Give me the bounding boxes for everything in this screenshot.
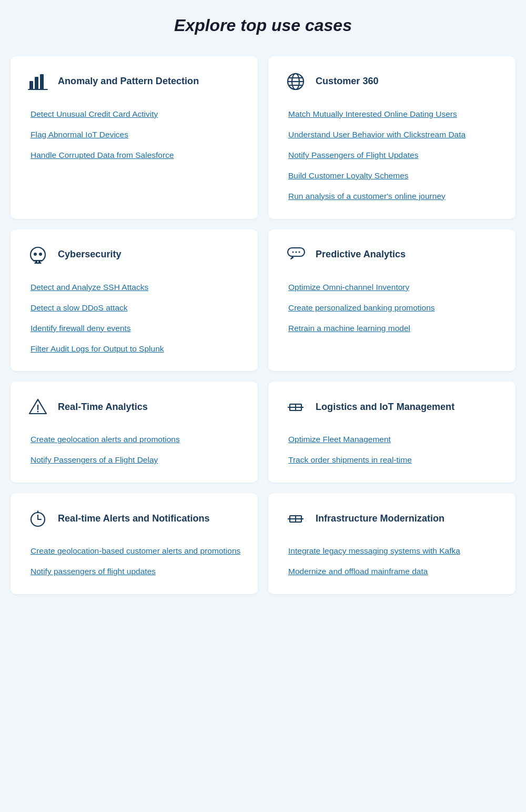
card-title-logistics: Logistics and IoT Management <box>316 401 454 414</box>
link-infrastructure-1[interactable]: Modernize and offload mainframe data <box>288 566 501 577</box>
infra-icon <box>283 506 308 531</box>
link-realtime-1[interactable]: Notify Passengers of a Flight Delay <box>31 455 243 466</box>
card-customer360: Customer 360Match Mutually Interested On… <box>268 56 515 219</box>
link-customer360-0[interactable]: Match Mutually Interested Online Dating … <box>288 109 501 120</box>
svg-point-15 <box>296 251 297 253</box>
card-header-predictive: Predictive Analytics <box>283 242 501 267</box>
svg-point-14 <box>292 251 294 253</box>
card-cybersecurity: CybersecurityDetect and Analyze SSH Atta… <box>11 229 258 372</box>
link-cybersecurity-3[interactable]: Filter Audit Logs for Output to Splunk <box>31 344 243 355</box>
alert-triangle-icon <box>25 394 50 419</box>
card-title-cybersecurity: Cybersecurity <box>58 248 122 261</box>
card-links-realtime-alerts: Create geolocation-based customer alerts… <box>25 546 243 577</box>
card-header-realtime-alerts: Real-time Alerts and Notifications <box>25 506 243 531</box>
cloud-chat-icon <box>283 242 308 267</box>
card-links-realtime: Create geolocation alerts and promotions… <box>25 434 243 466</box>
globe-icon <box>283 69 308 94</box>
card-title-predictive: Predictive Analytics <box>316 248 406 261</box>
card-title-realtime: Real-Time Analytics <box>58 401 148 414</box>
link-predictive-1[interactable]: Create personalized banking promotions <box>288 303 501 314</box>
card-header-customer360: Customer 360 <box>283 69 501 94</box>
link-customer360-3[interactable]: Build Customer Loyalty Schemes <box>288 171 501 182</box>
svg-rect-1 <box>35 77 38 89</box>
bar-chart-icon <box>25 69 50 94</box>
card-header-logistics: Logistics and IoT Management <box>283 394 501 419</box>
card-links-anomaly: Detect Unusual Credit Card ActivityFlag … <box>25 109 243 161</box>
card-predictive: Predictive AnalyticsOptimize Omni-channe… <box>268 229 515 372</box>
link-realtime-alerts-0[interactable]: Create geolocation-based customer alerts… <box>31 546 243 557</box>
link-anomaly-0[interactable]: Detect Unusual Credit Card Activity <box>31 109 243 120</box>
svg-rect-0 <box>29 81 33 89</box>
link-infrastructure-0[interactable]: Integrate legacy messaging systems with … <box>288 546 501 557</box>
clock-alert-icon <box>25 506 50 531</box>
svg-point-18 <box>37 411 39 413</box>
link-anomaly-2[interactable]: Handle Corrupted Data from Salesforce <box>31 150 243 161</box>
card-links-infrastructure: Integrate legacy messaging systems with … <box>283 546 501 577</box>
svg-rect-2 <box>40 74 44 89</box>
link-realtime-0[interactable]: Create geolocation alerts and promotions <box>31 434 243 445</box>
card-header-realtime: Real-Time Analytics <box>25 394 243 419</box>
link-predictive-0[interactable]: Optimize Omni-channel Inventory <box>288 282 501 293</box>
svg-point-16 <box>299 251 300 253</box>
cards-grid: Anomaly and Pattern DetectionDetect Unus… <box>11 56 515 594</box>
logistics-icon <box>283 394 308 419</box>
link-realtime-alerts-1[interactable]: Notify passengers of flight updates <box>31 566 243 577</box>
card-infrastructure: Infrastructure ModernizationIntegrate le… <box>268 493 515 594</box>
card-links-cybersecurity: Detect and Analyze SSH AttacksDetect a s… <box>25 282 243 355</box>
card-anomaly: Anomaly and Pattern DetectionDetect Unus… <box>11 56 258 219</box>
card-links-predictive: Optimize Omni-channel InventoryCreate pe… <box>283 282 501 334</box>
link-cybersecurity-2[interactable]: Identify firewall deny events <box>31 323 243 334</box>
link-predictive-2[interactable]: Retrain a machine learning model <box>288 323 501 334</box>
card-header-infrastructure: Infrastructure Modernization <box>283 506 501 531</box>
card-realtime: Real-Time AnalyticsCreate geolocation al… <box>11 382 258 483</box>
svg-point-10 <box>39 253 42 256</box>
page-title: Explore top use cases <box>11 16 515 35</box>
link-customer360-1[interactable]: Understand User Behavior with Clickstrea… <box>288 129 501 141</box>
card-title-realtime-alerts: Real-time Alerts and Notifications <box>58 513 210 525</box>
card-title-customer360: Customer 360 <box>316 75 379 88</box>
link-cybersecurity-0[interactable]: Detect and Analyze SSH Attacks <box>31 282 243 293</box>
card-header-cybersecurity: Cybersecurity <box>25 242 243 267</box>
card-links-logistics: Optimize Fleet ManagementTrack order shi… <box>283 434 501 466</box>
card-logistics: Logistics and IoT ManagementOptimize Fle… <box>268 382 515 483</box>
card-title-anomaly: Anomaly and Pattern Detection <box>58 75 199 88</box>
link-logistics-1[interactable]: Track order shipments in real-time <box>288 455 501 466</box>
skull-icon <box>25 242 50 267</box>
card-header-anomaly: Anomaly and Pattern Detection <box>25 69 243 94</box>
link-logistics-0[interactable]: Optimize Fleet Management <box>288 434 501 445</box>
link-customer360-2[interactable]: Notify Passengers of Flight Updates <box>288 150 501 161</box>
card-realtime-alerts: Real-time Alerts and NotificationsCreate… <box>11 493 258 594</box>
link-cybersecurity-1[interactable]: Detect a slow DDoS attack <box>31 303 243 314</box>
link-anomaly-1[interactable]: Flag Abnormal IoT Devices <box>31 129 243 141</box>
link-customer360-4[interactable]: Run analysis of a customer's online jour… <box>288 191 501 202</box>
svg-point-9 <box>34 253 37 256</box>
card-title-infrastructure: Infrastructure Modernization <box>316 513 444 525</box>
card-links-customer360: Match Mutually Interested Online Dating … <box>283 109 501 202</box>
